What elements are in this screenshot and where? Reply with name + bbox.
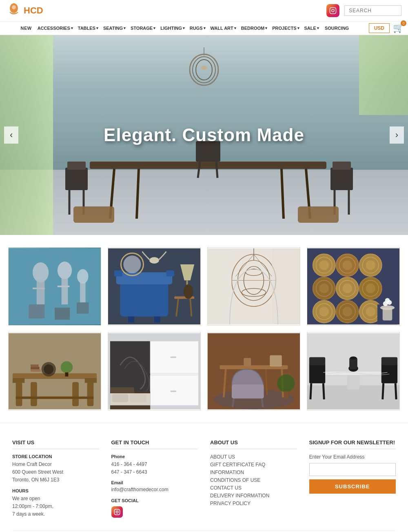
product-card-1[interactable] (8, 247, 101, 326)
svg-rect-156 (381, 363, 397, 383)
svg-point-165 (118, 510, 119, 511)
nav-item-rugs[interactable]: RUGS▾ (187, 22, 208, 35)
svg-rect-120 (31, 364, 39, 367)
hero-next-button[interactable]: › (390, 126, 404, 144)
svg-rect-42 (120, 280, 168, 316)
product-card-8[interactable] (307, 332, 400, 410)
svg-point-84 (342, 284, 352, 293)
svg-rect-110 (72, 382, 79, 406)
svg-point-102 (385, 298, 390, 303)
nav-item-bedroom[interactable]: BEDROOM▾ (239, 22, 270, 35)
svg-rect-152 (309, 363, 325, 383)
product-card-6[interactable] (108, 332, 201, 410)
logo[interactable]: HCD (7, 3, 43, 18)
svg-point-3 (332, 9, 334, 12)
store-line2: 600 Queen Street West (12, 468, 99, 476)
product-image-8 (307, 332, 399, 410)
logo-icon (7, 3, 21, 18)
store-line3: Toronto, ON M6J 1E3 (12, 476, 99, 484)
svg-line-141 (233, 399, 234, 408)
newsletter-email-input[interactable] (309, 463, 396, 476)
svg-point-81 (319, 284, 329, 293)
subscribe-button[interactable]: SUBSCRIBE (309, 479, 396, 494)
nav-item-lighting[interactable]: LIGHTING▾ (158, 22, 187, 35)
cart-button[interactable]: 🛒 0 (393, 23, 404, 33)
hours-label: HOURS (12, 488, 99, 493)
product-card-5[interactable] (8, 332, 101, 410)
svg-rect-163 (114, 510, 120, 515)
svg-rect-104 (13, 373, 97, 379)
product-image-1 (9, 248, 101, 325)
svg-point-96 (366, 307, 375, 317)
chevron-icon: ▾ (96, 26, 98, 30)
svg-rect-140 (232, 384, 264, 398)
svg-point-38 (77, 269, 89, 284)
currency-button[interactable]: USD (369, 23, 390, 33)
product-grid (0, 235, 408, 326)
store-line1: Home Craft Decor (12, 461, 99, 468)
hours-days: 7 days a week. (12, 510, 99, 518)
svg-rect-144 (244, 358, 251, 366)
svg-rect-131 (112, 394, 128, 402)
information-link[interactable]: INFORMATION (210, 470, 297, 475)
svg-rect-34 (62, 278, 68, 304)
hero-overlay: Elegant. Custom Made (0, 35, 408, 235)
email-label-newsletter: Enter Your Email Address (309, 454, 396, 460)
phone-1: 416 - 364 - 4497 (111, 461, 198, 468)
product-card-3[interactable] (207, 247, 300, 326)
nav-item-sourcing[interactable]: SOURCING (322, 22, 352, 35)
nav-item-tables[interactable]: TABLES▾ (75, 22, 101, 35)
nav-item-accessories[interactable]: ACCESSORIES▾ (35, 22, 75, 35)
product-card-7[interactable] (207, 332, 300, 410)
svg-point-164 (116, 511, 118, 513)
svg-rect-44 (114, 270, 122, 277)
visit-us-heading: VISIT US (12, 439, 99, 449)
svg-line-159 (395, 383, 396, 399)
chevron-icon: ▾ (124, 26, 126, 30)
hero-prev-button[interactable]: ‹ (4, 126, 18, 144)
svg-rect-47 (154, 317, 160, 323)
svg-rect-146 (284, 391, 289, 399)
svg-point-162 (350, 357, 357, 360)
social-instagram[interactable] (111, 506, 198, 518)
get-in-touch-heading: GET IN TOUCH (111, 439, 198, 449)
contact-us-link[interactable]: CONTACT US (210, 485, 297, 491)
nav-item-seating[interactable]: SEATING▾ (101, 22, 128, 35)
gift-certificate-link[interactable]: GIFT CERTIFICATE FAQ (210, 462, 297, 468)
svg-rect-43 (116, 273, 173, 284)
product-grid-row2 (0, 326, 408, 423)
about-us-link[interactable]: ABOUT US (210, 454, 297, 460)
logo-text: HCD (24, 5, 43, 16)
nav-item-storage[interactable]: STORAGE▾ (128, 22, 158, 35)
privacy-policy-link[interactable]: PRIVACY POLICY (210, 501, 297, 506)
nav-item-sale[interactable]: SALE▾ (302, 22, 322, 35)
product-card-2[interactable] (108, 247, 201, 326)
delivery-information-link[interactable]: DELIVERY INFORMATION (210, 493, 297, 499)
conditions-of-use-link[interactable]: CONDITIONS OF USE (210, 477, 297, 483)
search-input[interactable] (344, 5, 401, 16)
email-address: info@crafthomedecor.com (111, 487, 198, 492)
svg-rect-2 (330, 8, 336, 14)
svg-point-93 (342, 307, 352, 317)
nav-item-new[interactable]: NEW (18, 22, 35, 35)
svg-rect-127 (170, 390, 176, 392)
email-label: Email (111, 480, 198, 485)
nav-right: USD 🛒 0 (369, 23, 404, 33)
svg-rect-45 (166, 270, 174, 277)
svg-rect-31 (37, 280, 45, 304)
product-image-2 (108, 248, 200, 325)
svg-rect-46 (128, 317, 134, 323)
svg-point-116 (61, 361, 73, 373)
chevron-icon: ▾ (71, 26, 73, 30)
svg-point-145 (277, 375, 295, 392)
product-image-4 (307, 248, 399, 325)
nav-main: NEW ACCESSORIES▾ TABLES▾ SEATING▾ STORAG… (4, 22, 366, 35)
product-card-4[interactable] (307, 247, 400, 326)
chevron-icon: ▾ (265, 26, 267, 30)
svg-point-4 (334, 9, 335, 9)
instagram-link[interactable] (326, 4, 339, 17)
svg-line-154 (310, 383, 311, 399)
product-image-5 (9, 332, 101, 410)
nav-item-projects[interactable]: PROJECTS▾ (270, 22, 302, 35)
nav-item-wall-art[interactable]: WALL ART▾ (208, 22, 239, 35)
